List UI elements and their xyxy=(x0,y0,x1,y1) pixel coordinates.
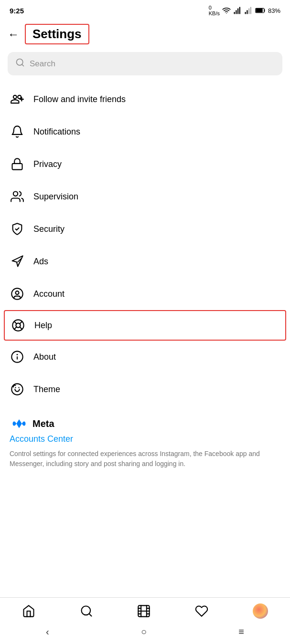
meta-logo: Meta xyxy=(10,418,280,429)
menu-label-theme: Theme xyxy=(33,384,60,395)
menu-item-account[interactable]: Account xyxy=(0,278,290,310)
svg-point-19 xyxy=(16,291,19,294)
menu-item-security[interactable]: Security xyxy=(0,213,290,245)
nav-activity-button[interactable] xyxy=(195,604,208,618)
menu-label-account: Account xyxy=(33,289,64,299)
accounts-center-link[interactable]: Accounts Center xyxy=(10,434,280,444)
svg-line-12 xyxy=(22,64,24,66)
nav-search-button[interactable] xyxy=(80,604,93,618)
svg-point-18 xyxy=(11,288,22,299)
menu-label-security: Security xyxy=(33,224,64,234)
svg-rect-3 xyxy=(237,9,238,14)
menu-label-follow: Follow and invite friends xyxy=(33,94,126,104)
battery-icon xyxy=(255,7,266,14)
meta-logo-text: Meta xyxy=(32,418,54,429)
svg-rect-7 xyxy=(248,9,249,14)
signal-icon-2 xyxy=(244,6,253,15)
meta-section: Meta Accounts Center Control settings fo… xyxy=(0,409,290,474)
nav-icons-row xyxy=(0,598,290,623)
account-icon xyxy=(10,286,25,301)
svg-point-29 xyxy=(11,384,22,395)
android-recents-button[interactable]: ≡ xyxy=(238,626,244,637)
svg-rect-2 xyxy=(236,10,236,14)
follow-icon xyxy=(10,92,25,107)
status-icons: 0KB/s 83% xyxy=(209,5,280,16)
menu-item-help[interactable]: Help xyxy=(4,310,286,341)
svg-rect-8 xyxy=(250,7,251,14)
theme-icon xyxy=(10,382,25,397)
menu-item-supervision[interactable]: Supervision xyxy=(0,180,290,213)
svg-line-22 xyxy=(14,322,17,324)
meta-logo-icon xyxy=(10,418,29,429)
status-time: 9:25 xyxy=(10,7,24,15)
svg-point-0 xyxy=(226,13,227,14)
svg-line-23 xyxy=(20,327,22,329)
signal-icon-1 xyxy=(233,6,242,15)
menu-label-help: Help xyxy=(34,321,52,331)
menu-label-about: About xyxy=(33,352,56,362)
supervision-icon xyxy=(10,189,25,204)
android-nav: ‹ ○ ≡ xyxy=(0,623,290,644)
battery-percentage: 83% xyxy=(268,7,280,14)
search-icon xyxy=(15,58,25,70)
bottom-nav: ‹ ○ ≡ xyxy=(0,597,290,644)
svg-line-24 xyxy=(20,322,22,324)
page-title: Settings xyxy=(25,24,89,44)
menu-label-privacy: Privacy xyxy=(33,159,62,169)
lock-icon xyxy=(10,156,25,172)
search-placeholder: Search xyxy=(30,59,55,69)
android-back-button[interactable]: ‹ xyxy=(46,626,49,637)
data-speed: 0KB/s xyxy=(209,5,220,16)
search-bar[interactable]: Search xyxy=(8,52,282,75)
search-container: Search xyxy=(0,52,290,79)
menu-item-privacy[interactable]: Privacy xyxy=(0,148,290,180)
svg-point-31 xyxy=(18,387,19,388)
svg-point-30 xyxy=(15,387,16,388)
profile-avatar xyxy=(253,603,268,619)
nav-reels-button[interactable] xyxy=(137,604,150,618)
info-icon xyxy=(10,349,25,364)
back-button[interactable]: ← xyxy=(8,28,19,41)
menu-item-ads[interactable]: Ads xyxy=(0,245,290,278)
menu-item-theme[interactable]: Theme xyxy=(0,373,290,405)
android-home-button[interactable]: ○ xyxy=(141,626,147,637)
meta-description: Control settings for connected experienc… xyxy=(10,449,280,469)
svg-line-25 xyxy=(14,327,17,329)
nav-home-button[interactable] xyxy=(22,604,35,618)
menu-label-ads: Ads xyxy=(33,257,48,267)
svg-rect-6 xyxy=(247,10,247,14)
status-bar: 9:25 0KB/s 83% xyxy=(0,0,290,19)
header: ← Settings xyxy=(0,19,290,52)
menu-label-supervision: Supervision xyxy=(33,192,78,202)
ads-icon xyxy=(10,254,25,269)
menu-item-follow[interactable]: Follow and invite friends xyxy=(0,83,290,115)
menu-list: Follow and invite friends Notifications … xyxy=(0,79,290,409)
menu-label-notifications: Notifications xyxy=(33,127,80,137)
svg-point-16 xyxy=(13,192,18,196)
shield-icon xyxy=(10,221,25,237)
svg-rect-4 xyxy=(239,7,240,14)
menu-item-notifications[interactable]: Notifications xyxy=(0,115,290,148)
help-icon xyxy=(11,318,26,333)
svg-rect-5 xyxy=(245,12,246,14)
nav-profile-button[interactable] xyxy=(253,603,268,619)
bell-icon xyxy=(10,124,25,139)
menu-item-about[interactable]: About xyxy=(0,341,290,373)
svg-line-33 xyxy=(89,613,91,616)
svg-rect-15 xyxy=(12,164,22,170)
wifi-icon xyxy=(222,6,231,15)
svg-rect-10 xyxy=(256,9,263,12)
svg-rect-1 xyxy=(234,12,235,14)
